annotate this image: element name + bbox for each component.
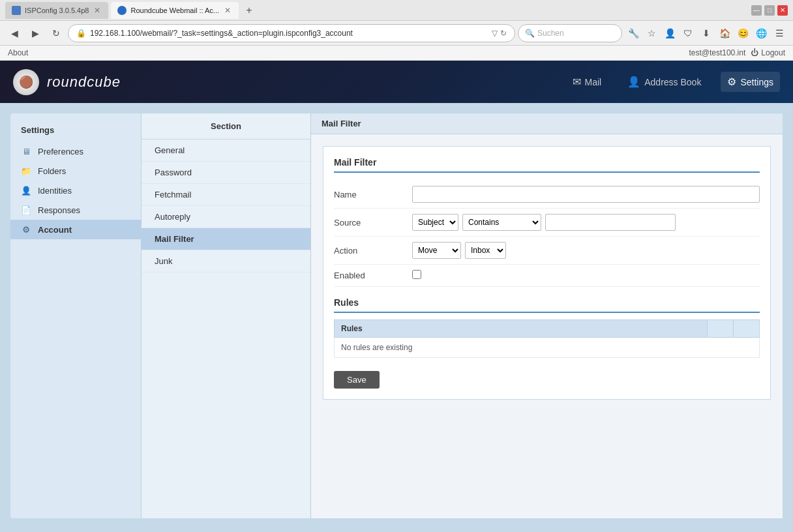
source-row: Source Subject From To Body Contains [334, 209, 760, 237]
identities-icon: 👤 [21, 185, 31, 196]
rules-action-col-2 [734, 320, 760, 338]
sidebar-item-account[interactable]: ⚙ Account [10, 220, 141, 239]
window-close-button[interactable]: ✕ [777, 5, 788, 16]
nav-settings[interactable]: ⚙ Settings [721, 72, 780, 92]
sidebar-item-folders[interactable]: 📁 Folders [10, 161, 141, 181]
tab-close-roundcube[interactable]: ✕ [223, 6, 232, 15]
action-select[interactable]: Move Copy Delete Redirect [412, 242, 461, 259]
window-maximize-button[interactable]: □ [764, 5, 775, 16]
account-icon: ⚙ [21, 224, 31, 235]
addressbook-icon: 👤 [627, 76, 640, 88]
logo-area: 🟤 roundcube [13, 69, 121, 95]
header-nav: ✉ Mail 👤 Address Book ⚙ Settings [566, 72, 780, 92]
name-input[interactable] [412, 186, 760, 203]
bookmark-icon[interactable]: ☆ [643, 25, 660, 42]
content-area: Mail Filter Mail Filter Name Source [310, 113, 783, 518]
nav-addressbook[interactable]: 👤 Address Book [621, 72, 708, 92]
rules-action-col-1 [708, 320, 734, 338]
sync-icon[interactable]: 👤 [661, 25, 678, 42]
save-button[interactable]: Save [334, 371, 380, 389]
section-item-password[interactable]: Password [142, 162, 310, 184]
action-control: Move Copy Delete Redirect Inbox Sent Dra… [412, 242, 760, 259]
lock-icon: 🔒 [76, 29, 86, 38]
logo-text: roundcube [47, 74, 121, 91]
home-icon[interactable]: 🏠 [716, 25, 733, 42]
tab-favicon-roundcube [117, 6, 127, 15]
mail-icon: ✉ [573, 76, 581, 88]
contains-select[interactable]: Contains Does not contain Is Begins with [462, 214, 541, 231]
enabled-label: Enabled [334, 271, 412, 280]
sidebar: Settings 🖥 Preferences 📁 Folders 👤 Ident… [10, 113, 141, 518]
enabled-checkbox[interactable] [412, 270, 421, 279]
source-select-group: Subject From To Body Contains Does not c… [412, 214, 760, 231]
window-controls: — □ ✕ [751, 5, 788, 16]
forward-button[interactable]: ▶ [26, 24, 44, 42]
section-item-general[interactable]: General [142, 140, 310, 162]
section-item-junk[interactable]: Junk [142, 250, 310, 273]
section-fetchmail-label: Fetchmail [155, 190, 191, 200]
section-junk-label: Junk [155, 256, 172, 266]
star-icon[interactable]: ▽ [492, 29, 498, 38]
source-value-input[interactable] [545, 214, 676, 231]
sidebar-item-preferences[interactable]: 🖥 Preferences [10, 141, 141, 161]
form-title: Mail Filter [334, 157, 760, 173]
tab-favicon-ispconfig [12, 6, 21, 15]
back-button[interactable]: ◀ [5, 24, 23, 42]
about-bar: About test@test100.int ⏻ Logout [0, 46, 793, 61]
section-panel: Section General Password Fetchmail Autor… [141, 113, 310, 518]
content-header: Mail Filter [311, 113, 783, 134]
app-header: 🟤 roundcube ✉ Mail 👤 Address Book ⚙ Sett… [0, 61, 793, 103]
logout-icon: ⏻ [751, 48, 758, 57]
window-minimize-button[interactable]: — [751, 5, 762, 16]
user-email: test@test100.int [689, 48, 745, 57]
inbox-select[interactable]: Inbox Sent Drafts Trash Spam [465, 242, 506, 259]
responses-icon: 📄 [21, 205, 31, 215]
section-item-fetchmail[interactable]: Fetchmail [142, 184, 310, 206]
tab-ispconfig[interactable]: ISPConfig 3.0.5.4p8 ✕ [5, 2, 108, 19]
source-select[interactable]: Subject From To Body [412, 214, 458, 231]
logout-button[interactable]: ⏻ Logout [751, 48, 785, 57]
emoji-icon[interactable]: 😊 [734, 25, 751, 42]
refresh-button[interactable]: ↻ [47, 24, 65, 42]
sidebar-item-identities[interactable]: 👤 Identities [10, 181, 141, 200]
search-icon: 🔍 [525, 29, 535, 38]
new-tab-button[interactable]: + [241, 3, 257, 18]
source-control: Subject From To Body Contains Does not c… [412, 214, 760, 231]
url-bar[interactable]: 🔒 192.168.1.100/webmail/?_task=settings&… [68, 24, 515, 42]
section-item-mailfilter[interactable]: Mail Filter [142, 228, 310, 250]
enabled-row: Enabled [334, 265, 760, 287]
section-autoreply-label: Autoreply [155, 212, 190, 222]
rules-header: Rules [335, 320, 708, 338]
menu-icon[interactable]: ☰ [771, 25, 788, 42]
rules-table: Rules No rules are existing [334, 319, 760, 358]
name-row: Name [334, 181, 760, 209]
section-title: Section [142, 113, 310, 140]
about-label: About [8, 48, 28, 57]
sidebar-identities-label: Identities [38, 186, 72, 196]
rules-empty-message: No rules are existing [335, 338, 760, 358]
shield-icon[interactable]: 🛡 [680, 25, 696, 42]
tab-roundcube[interactable]: Roundcube Webmail :: Ac... ✕ [111, 2, 239, 19]
browser-navbar: ◀ ▶ ↻ 🔒 192.168.1.100/webmail/?_task=set… [0, 21, 793, 46]
globe-icon[interactable]: 🌐 [753, 25, 770, 42]
sidebar-responses-label: Responses [38, 205, 80, 215]
tab-label-roundcube: Roundcube Webmail :: Ac... [130, 7, 219, 14]
table-row: No rules are existing [335, 338, 760, 358]
nav-addressbook-label: Address Book [644, 77, 701, 87]
nav-mail[interactable]: ✉ Mail [566, 72, 608, 92]
download-icon[interactable]: ⬇ [698, 25, 715, 42]
content-body: Mail Filter Name Source Subject [323, 146, 771, 400]
section-general-label: General [155, 145, 185, 155]
tools-icon[interactable]: 🔧 [625, 25, 642, 42]
sidebar-account-label: Account [38, 225, 72, 235]
user-info: test@test100.int ⏻ Logout [689, 48, 785, 57]
nav-settings-label: Settings [740, 77, 773, 87]
tab-close-ispconfig[interactable]: ✕ [93, 6, 102, 15]
action-row: Action Move Copy Delete Redirect Inbox [334, 237, 760, 265]
sidebar-item-responses[interactable]: 📄 Responses [10, 200, 141, 220]
rules-title: Rules [334, 297, 760, 313]
reload-icon[interactable]: ↻ [500, 29, 507, 38]
search-bar[interactable]: 🔍 Suchen [518, 24, 622, 42]
section-item-autoreply[interactable]: Autoreply [142, 206, 310, 228]
content-body-wrapper: Mail Filter Name Source Subject [311, 134, 783, 411]
